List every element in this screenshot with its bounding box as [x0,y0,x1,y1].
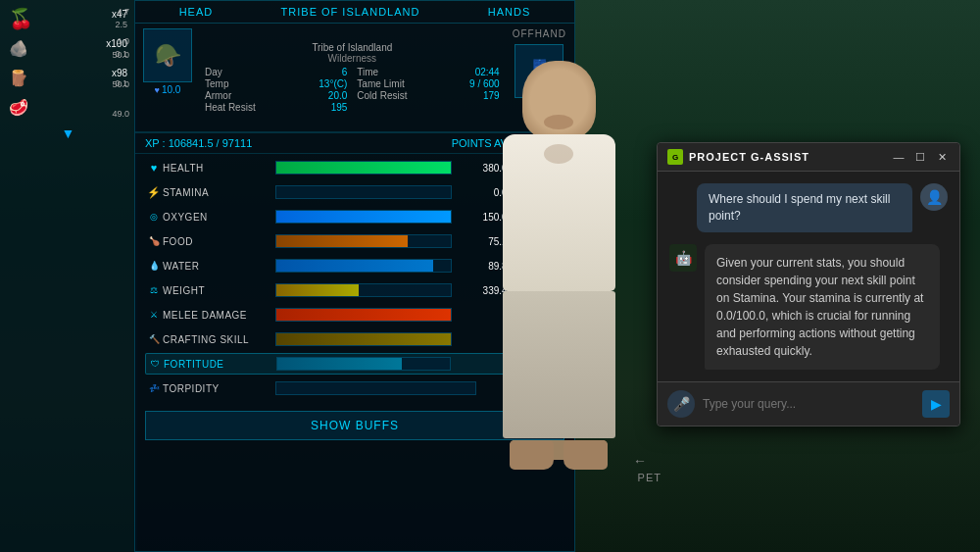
send-button[interactable]: ▶ [922,390,950,418]
ai-bubble: Given your current stats, you should con… [705,244,940,370]
g-assist-chat: Where should I spend my next skill point… [658,172,959,381]
g-assist-input-area: 🎤 ▶ [658,381,959,426]
scroll-down-button[interactable]: ▼ [5,123,131,144]
stat-heat: Heat Resist 195 [205,102,347,113]
oxygen-bar [275,210,452,224]
list-item[interactable]: 🥩 49.0 [5,93,131,121]
char-right-foot [564,440,608,470]
crafting-icon: 🔨 [145,330,163,348]
torpidity-icon: 💤 [145,379,163,397]
health-icon: ♥ [145,159,163,176]
list-item[interactable]: 🪵 x98 0.1 50.0 [5,64,131,91]
character-legs [503,291,615,438]
xp-label: XP : 106841.5 / 97111 [145,137,252,149]
food-icon: 🍗 [145,232,163,250]
stat-day: Day 6 [205,67,347,77]
crafting-bar [275,332,452,346]
fortitude-icon: 🛡 [146,355,164,373]
inv-weight: 4.7 [117,7,129,17]
microphone-button[interactable]: 🎤 [667,390,695,418]
inv-weight2: 50.0 [112,50,129,60]
stat-armor: Armor 20.0 [205,90,347,101]
character-area: PET ← [441,0,676,552]
close-button[interactable]: ✕ [934,149,950,165]
food-bar-fill [276,235,408,247]
inventory-panel: 🍒 x47 2.5 4.7 🪨 x100 0.1 1.0 50.0 🪵 x98 … [0,0,137,552]
character-torso [503,134,615,291]
char-beard [544,115,573,129]
stamina-icon: ⚡ [145,183,163,201]
fortitude-bar-fill [277,358,402,370]
crafting-bar-fill [276,333,451,345]
water-icon: 💧 [145,257,163,275]
oxygen-icon: ◎ [145,208,163,226]
restore-button[interactable]: ☐ [912,149,928,165]
oxygen-bar-fill [276,211,451,223]
inv-weight: 50.0 [112,79,129,89]
user-avatar: 👤 [920,183,948,211]
melee-bar-fill [276,309,451,321]
query-input[interactable] [703,397,914,411]
g-assist-header: G PROJECT G-ASSIST — ☐ ✕ [658,143,959,172]
g-assist-title-area: G PROJECT G-ASSIST [667,149,809,165]
user-message: Where should I spend my next skill point… [669,183,948,232]
inv-weight: 1.0 [117,36,129,46]
wood-icon: 🪵 [9,69,28,87]
minimize-button[interactable]: — [891,149,906,165]
melee-icon: ⚔ [145,306,163,324]
helmet-hp: ♥ 10.0 [155,84,181,95]
g-assist-panel: G PROJECT G-ASSIST — ☐ ✕ Where should I … [657,142,960,427]
g-assist-title-text: PROJECT G-ASSIST [689,151,809,163]
weight-bar-fill [276,284,359,296]
nvidia-logo: G [667,149,683,165]
robot-icon: 🤖 [675,250,692,266]
weight-icon: ⚖ [145,281,163,299]
food-bar [275,234,452,248]
weight-bar [275,283,452,297]
ai-avatar: 🤖 [669,244,697,272]
list-item[interactable]: 🪨 x100 0.1 1.0 50.0 [5,34,131,62]
meat-icon: 🥩 [9,98,28,117]
inv-weight: 49.0 [112,109,129,119]
health-bar-fill [276,162,451,174]
g-assist-controls: — ☐ ✕ [891,149,950,165]
water-bar-fill [276,260,433,272]
user-bubble: Where should I spend my next skill point… [697,183,912,232]
arrow-indicator: ← [633,453,647,469]
stamina-bar [275,185,452,199]
inv-value: 2.5 [115,20,127,29]
character-head [522,61,596,139]
list-item[interactable]: 🍒 x47 2.5 4.7 [5,5,131,32]
character-figure [470,41,647,512]
character-feet [510,440,608,460]
rock-icon: 🪨 [9,39,28,58]
water-bar [275,259,452,273]
char-neck [544,144,573,164]
pet-label: PET [638,472,662,483]
melee-bar [275,308,452,322]
health-bar [275,161,452,175]
heart-icon: ♥ [155,85,160,95]
person-icon: 👤 [926,189,943,205]
inv-count: x98 [112,68,127,78]
helmet-icon: 🪖 [143,28,192,82]
char-left-foot [510,440,554,470]
cherry-icon: 🍒 [9,7,33,30]
ai-message: 🤖 Given your current stats, you should c… [669,244,948,370]
head-slot-label: HEAD [179,6,214,18]
fortitude-bar [276,357,451,371]
chevron-down-icon: ▼ [62,125,75,141]
stat-temp: Temp 13°(C) [205,78,347,89]
helmet-slot[interactable]: 🪖 ♥ 10.0 [143,28,192,126]
tribe-name-label: Tribe of Islandland [281,6,420,18]
